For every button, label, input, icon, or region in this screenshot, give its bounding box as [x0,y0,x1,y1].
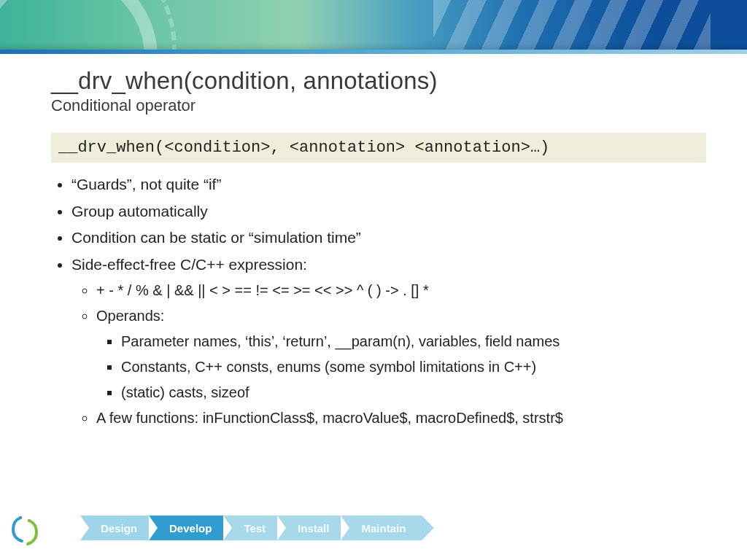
lifecycle-step-develop: Develop [149,516,228,540]
lifecycle-chevron-nav: Design Develop Test Install Maintain [80,512,417,544]
sub-sub-bullet-item: Parameter names, ‘this’, ‘return’, __par… [121,330,706,353]
bullet-item: Condition can be static or “simulation t… [71,226,706,250]
sub-sub-bullet-list: Parameter names, ‘this’, ‘return’, __par… [96,330,706,404]
bullet-text: Operands: [96,308,164,324]
sub-sub-bullet-item: Constants, C++ consts, enums (some symbo… [121,356,706,378]
bullet-item: Group automatically [71,200,706,224]
sub-bullet-list: + - * / % & | && || < > == != <= >= << >… [71,279,706,429]
banner-stripes-decoration [433,0,711,50]
svg-point-1 [28,519,31,522]
slide-body: __drv_when(condition, annotations) Condi… [0,54,747,429]
lifecycle-step-test: Test [223,516,282,540]
sub-bullet-item: A few functions: inFunctionClass$, macro… [96,407,706,429]
bullet-text: Side-effect-free C/C++ expression: [71,256,307,273]
lifecycle-step-maintain: Maintain [341,516,422,540]
sub-bullet-item: Operands: Parameter names, ‘this’, ‘retu… [96,305,706,404]
code-syntax-box: __drv_when(<condition>, <annotation> <an… [51,133,706,163]
banner-dashed-ring-decoration [0,0,177,50]
header-banner [0,0,747,50]
bullet-list: “Guards”, not quite “if” Group automatic… [51,173,706,429]
svg-point-0 [19,516,22,519]
lifecycle-step-design: Design [80,516,153,540]
sub-sub-bullet-item: (static) casts, sizeof [121,381,706,404]
bullet-item: Side-effect-free C/C++ expression: + - *… [71,253,706,430]
bullet-item: “Guards”, not quite “if” [71,173,706,197]
footer-logo-icon [10,513,39,548]
lifecycle-step-install: Install [277,516,345,540]
sub-bullet-item: + - * / % & | && || < > == != <= >= << >… [96,279,706,302]
slide-subtitle: Conditional operator [51,96,706,115]
slide-title: __drv_when(condition, annotations) [51,67,706,95]
